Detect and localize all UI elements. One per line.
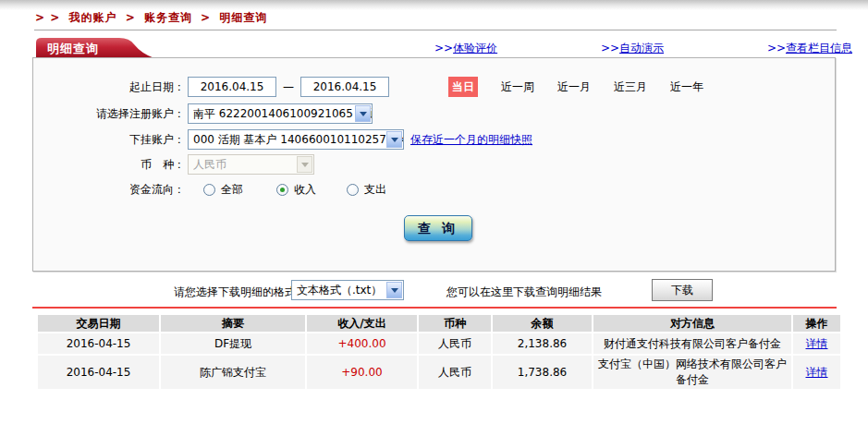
header-balance: 余额 <box>493 315 592 332</box>
fund-flow-row: 资金流向： 全部 收入 支出 <box>33 178 836 200</box>
breadcrumb-item-detail-query: 明细查询 <box>219 11 267 24</box>
query-button[interactable]: 查 询 <box>404 215 472 241</box>
link-experience-rating[interactable]: >>体验评价 <box>434 41 497 56</box>
top-links: >>体验评价 >>自动演示 >>查看栏目信息 <box>434 41 852 56</box>
download-button[interactable]: 下载 <box>652 279 713 301</box>
breadcrumb: > > 我的账户 > 账务查询 > 明细查询 <box>35 10 271 26</box>
quick-range-month[interactable]: 近一月 <box>557 79 591 95</box>
link-view-column-info[interactable]: >>查看栏目信息 <box>767 41 852 56</box>
flow-radio-all[interactable]: 全部 <box>203 182 243 198</box>
quick-range-today-badge[interactable]: 当日 <box>448 77 478 97</box>
red-divider <box>32 307 837 309</box>
table-row: 2016-04-15 陈广锦支付宝 +90.00 人民币 1,738.86 支付… <box>38 356 840 389</box>
radio-icon <box>203 184 215 196</box>
cell-currency: 人民币 <box>419 356 491 389</box>
cell-amount: +400.00 <box>307 333 417 354</box>
cell-date: 2016-04-15 <box>38 356 159 389</box>
header-summary: 摘要 <box>161 315 305 332</box>
cell-counterparty: 财付通支付科技有限公司客户备付金 <box>593 333 791 354</box>
breadcrumb-separator: > <box>126 11 136 24</box>
quick-range-year[interactable]: 近一年 <box>670 79 703 95</box>
breadcrumb-item-my-account[interactable]: 我的账户 <box>68 11 116 24</box>
currency-row: 币 种： 人民币 <box>33 153 836 176</box>
date-to-input[interactable] <box>300 77 389 97</box>
header-date: 交易日期 <box>38 315 159 332</box>
flow-radio-all-label: 全部 <box>221 182 243 198</box>
date-dash: — <box>283 80 294 93</box>
chevron-down-icon[interactable] <box>386 282 402 298</box>
chevron-down-icon <box>297 156 312 173</box>
download-format-select[interactable]: 文本格式（.txt） <box>291 280 404 300</box>
tab-detail-query[interactable]: 明细查询 <box>32 36 154 58</box>
quick-range-quarter[interactable]: 近三月 <box>614 79 647 95</box>
account-select[interactable]: 南平 6222001406100921065 灵通卡 <box>188 103 373 124</box>
table-row: 2016-04-15 DF提现 +400.00 人民币 2,138.86 财付通… <box>38 333 840 354</box>
breadcrumb-divider <box>34 30 837 30</box>
cell-date: 2016-04-15 <box>38 333 159 354</box>
breadcrumb-item-account-query[interactable]: 账务查询 <box>144 11 192 24</box>
cell-balance: 2,138.86 <box>493 333 592 354</box>
save-snapshot-link[interactable]: 保存近一个月的明细快照 <box>410 132 532 148</box>
details-query-page: > > 我的账户 > 账务查询 > 明细查询 明细查询 >>体验评价 >>自动演… <box>0 0 868 424</box>
header-amount: 收入/支出 <box>307 315 417 332</box>
download-result-label: 您可以在这里下载查询明细结果 <box>446 285 602 300</box>
table-header-row: 交易日期 摘要 收入/支出 币种 余额 对方信息 操作 <box>38 315 840 332</box>
quick-range-week[interactable]: 近一周 <box>501 79 534 95</box>
account-label: 请选择注册账户： <box>33 106 185 122</box>
sub-account-label: 下挂账户： <box>33 132 185 148</box>
top-gradient-strip <box>0 0 868 10</box>
transactions-table: 交易日期 摘要 收入/支出 币种 余额 对方信息 操作 2016-04-15 D… <box>36 313 842 391</box>
flow-radio-expense[interactable]: 支出 <box>347 182 386 198</box>
breadcrumb-separator: > <box>201 11 211 24</box>
cell-amount: +90.00 <box>307 356 417 389</box>
fund-flow-label: 资金流向： <box>33 182 185 198</box>
header-currency: 币种 <box>419 315 491 332</box>
cell-currency: 人民币 <box>419 333 491 354</box>
account-row: 请选择注册账户： 南平 6222001406100921065 灵通卡 <box>33 103 836 125</box>
flow-radio-expense-label: 支出 <box>364 182 386 198</box>
detail-link[interactable]: 详情 <box>806 366 828 379</box>
cell-counterparty: 支付宝（中国）网络技术有限公司客户备付金 <box>593 356 791 389</box>
account-select-value: 南平 6222001406100921065 灵通卡 <box>193 106 372 122</box>
currency-select-value: 人民币 <box>193 157 247 173</box>
header-counterparty: 对方信息 <box>593 315 791 332</box>
radio-checked-icon <box>276 184 288 196</box>
sub-account-select[interactable]: 000 活期 基本户 1406600101102571848 <box>188 129 404 150</box>
radio-icon <box>347 184 359 196</box>
flow-radio-income[interactable]: 收入 <box>276 182 316 198</box>
header-action: 操作 <box>793 315 840 332</box>
cell-summary: DF提现 <box>161 333 305 354</box>
currency-select: 人民币 <box>188 154 314 175</box>
download-format-label: 请您选择下载明细的格式 <box>174 285 296 300</box>
cell-balance: 1,738.86 <box>493 356 592 389</box>
link-auto-demo[interactable]: >>自动演示 <box>601 41 664 56</box>
sub-account-select-value: 000 活期 基本户 1406600101102571848 <box>193 132 403 148</box>
sub-account-row: 下挂账户： 000 活期 基本户 1406600101102571848 保存近… <box>33 128 836 151</box>
chevron-down-icon[interactable] <box>355 105 371 122</box>
detail-link[interactable]: 详情 <box>806 337 828 350</box>
currency-label: 币 种： <box>33 157 185 173</box>
date-range-label: 起止日期： <box>33 79 185 95</box>
breadcrumb-prefix: > > <box>35 11 60 24</box>
date-from-input[interactable] <box>188 77 276 97</box>
cell-summary: 陈广锦支付宝 <box>161 356 305 389</box>
date-range-row: 起止日期： — 当日 近一周 近一月 近三月 近一年 <box>33 76 836 98</box>
tab-label: 明细查询 <box>47 41 99 57</box>
chevron-down-icon[interactable] <box>386 131 402 148</box>
flow-radio-income-label: 收入 <box>294 182 316 198</box>
